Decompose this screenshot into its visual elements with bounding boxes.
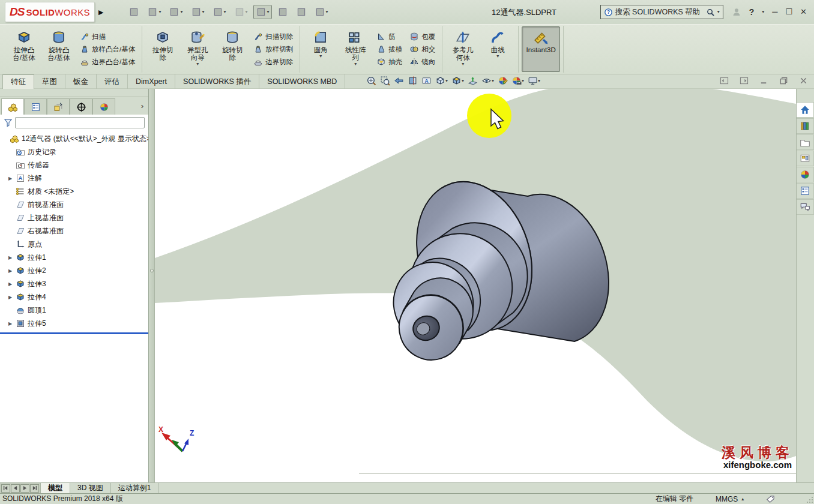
search-icon[interactable] — [706, 8, 715, 17]
search-dropdown-icon[interactable]: ▾ — [717, 10, 720, 14]
expand-arrow-icon[interactable]: ▶ — [8, 255, 15, 260]
filter-funnel-icon[interactable] — [4, 118, 13, 127]
tree-item[interactable]: 原点 — [0, 238, 148, 251]
prev-tab-button[interactable] — [11, 484, 20, 493]
tree-filter-input[interactable] — [15, 117, 145, 128]
traffic-light-button[interactable] — [275, 5, 291, 19]
tree-item[interactable]: ▶A注解 — [0, 172, 148, 185]
bottom-tab-运动算例1[interactable]: 运动算例1 — [111, 483, 159, 493]
visibility-eye-button[interactable]: ▾ — [480, 75, 495, 86]
resize-grip[interactable] — [806, 496, 813, 503]
hole-wizard-button[interactable]: 异型孔向导▾ — [180, 26, 215, 72]
previous-view-button[interactable] — [393, 75, 405, 86]
boundary-cut-button[interactable]: 边界切除 — [252, 56, 295, 67]
undo-button[interactable]: ▾ — [232, 5, 250, 19]
units-selector[interactable]: MMGS ▴ — [716, 495, 744, 503]
bottom-tab-模型[interactable]: 模型 — [40, 483, 70, 493]
zoom-area-button[interactable] — [379, 75, 391, 86]
tab-评估[interactable]: 评估 — [97, 74, 128, 89]
bottom-tab-3D 视图[interactable]: 3D 视图 — [70, 483, 111, 493]
dropdown-icon[interactable]: ▾ — [267, 10, 270, 14]
restore-doc-button[interactable] — [778, 76, 789, 86]
print-button[interactable]: ▾ — [210, 5, 229, 19]
home-button[interactable] — [126, 5, 142, 19]
linear-pattern-button[interactable]: 线性阵列▾ — [338, 26, 373, 72]
expand-arrow-icon[interactable]: ▶ — [8, 281, 15, 287]
tree-item[interactable]: ▶拉伸3 — [0, 277, 148, 290]
collapse-pane-right-button[interactable] — [738, 76, 750, 86]
search-box[interactable]: ? 搜索 SOLIDWORKS 帮助 ▾ — [600, 5, 723, 19]
section-view-button[interactable] — [406, 75, 419, 86]
tree-item[interactable]: ▶拉伸4 — [0, 290, 148, 304]
tree-item[interactable]: ▶拉伸1 — [0, 251, 148, 264]
tree-item[interactable]: 12通气器 (默认<<默认>_外观 显示状态> — [0, 132, 148, 145]
expand-arrow-icon[interactable]: ▶ — [8, 295, 15, 300]
loft-boss-button[interactable]: 放样凸台/基体 — [78, 44, 137, 55]
dropdown-icon[interactable]: ▾ — [492, 79, 494, 83]
maximize-button[interactable]: ☐ — [785, 8, 792, 16]
tab-钣金[interactable]: 钣金 — [65, 74, 97, 89]
display-manager-tab[interactable] — [92, 98, 115, 115]
display-style-button[interactable]: ▾ — [450, 75, 465, 86]
dropdown-icon[interactable]: ▾ — [462, 79, 464, 83]
part-tree-tab[interactable] — [1, 98, 24, 115]
view-orientation-button[interactable]: ▾ — [434, 75, 449, 86]
reference-geometry-button[interactable]: 参考几何体▾ — [445, 26, 480, 72]
revolve-boss-button[interactable]: 旋转凸台/基体 — [41, 26, 76, 72]
sweep-button[interactable]: 扫描 — [78, 31, 137, 42]
revolve-cut-button[interactable]: 旋转切除 — [215, 26, 250, 72]
collapse-pane-left-button[interactable] — [719, 76, 730, 86]
dropdown-icon[interactable]: ▾ — [224, 10, 226, 14]
view-palette-button[interactable] — [797, 151, 814, 166]
dropdown-icon[interactable]: ▾ — [496, 54, 499, 59]
boundary-boss-button[interactable]: 边界凸台/基体 — [78, 56, 137, 67]
tag-icon[interactable] — [766, 494, 775, 503]
design-library-button[interactable] — [797, 118, 814, 134]
fillet-button[interactable]: 圆角▾ — [303, 26, 338, 72]
dropdown-icon[interactable]: ▾ — [354, 62, 357, 67]
view-settings-button[interactable]: ▾ — [526, 75, 541, 86]
dimxpert-manager-tab[interactable] — [70, 98, 92, 115]
tree-item[interactable]: 右视基准面 — [0, 224, 148, 238]
dropdown-icon[interactable]: ▾ — [196, 62, 199, 67]
properties-list-button[interactable] — [294, 5, 309, 19]
apply-scene-button[interactable]: ▾ — [510, 75, 525, 86]
tab-特征[interactable]: 特征 — [2, 74, 34, 89]
home-pane-button[interactable] — [797, 102, 814, 118]
dropdown-icon[interactable]: ▾ — [538, 79, 540, 83]
tree-item[interactable]: ▶拉伸5 — [0, 317, 148, 330]
property-manager-tab[interactable] — [24, 98, 47, 115]
next-tab-button[interactable] — [20, 484, 29, 493]
tree-item[interactable]: 圆顶1 — [0, 304, 148, 317]
panel-tabs-overflow-icon[interactable]: › — [141, 101, 143, 110]
zoom-fit-button[interactable] — [365, 75, 378, 86]
draft-button[interactable]: 拔模 — [375, 44, 404, 55]
first-tab-button[interactable] — [1, 484, 10, 493]
tree-item[interactable]: 历史记录 — [0, 145, 148, 158]
tree-item[interactable]: 前视基准面 — [0, 198, 148, 211]
close-button[interactable]: ✕ — [800, 8, 807, 16]
splitter-handle[interactable] — [150, 269, 154, 272]
save-button[interactable]: ▾ — [188, 5, 207, 19]
rib-button[interactable]: 筋 — [375, 31, 404, 42]
edit-appearance-button[interactable] — [496, 75, 509, 86]
appearances-sphere-button[interactable] — [797, 167, 814, 182]
dropdown-icon[interactable]: ▾ — [202, 10, 205, 14]
expand-arrow-icon[interactable]: ▶ — [8, 176, 15, 181]
last-tab-button[interactable] — [30, 484, 39, 493]
dropdown-icon[interactable]: ▾ — [158, 10, 161, 14]
close-doc-button[interactable] — [798, 76, 809, 86]
gear-button[interactable]: ▾ — [312, 5, 331, 19]
help-button[interactable]: ? — [749, 7, 755, 17]
dropdown-icon[interactable]: ▾ — [462, 62, 464, 67]
dropdown-icon[interactable]: ▾ — [319, 54, 322, 59]
tree-item[interactable]: ▶拉伸2 — [0, 264, 148, 277]
curves-button[interactable]: 曲线▾ — [480, 26, 515, 72]
hide-show-items-button[interactable] — [466, 75, 479, 86]
tab-SOLIDWORKS 插件[interactable]: SOLIDWORKS 插件 — [175, 74, 259, 89]
expand-arrow-icon[interactable]: ▶ — [8, 321, 15, 326]
wrap-button[interactable]: 包覆 — [408, 31, 437, 42]
cut-extrude-button[interactable]: 拉伸切除 — [145, 26, 180, 72]
new-document-button[interactable]: ▾ — [145, 5, 163, 19]
sweep-cut-button[interactable]: 扫描切除 — [252, 31, 295, 42]
